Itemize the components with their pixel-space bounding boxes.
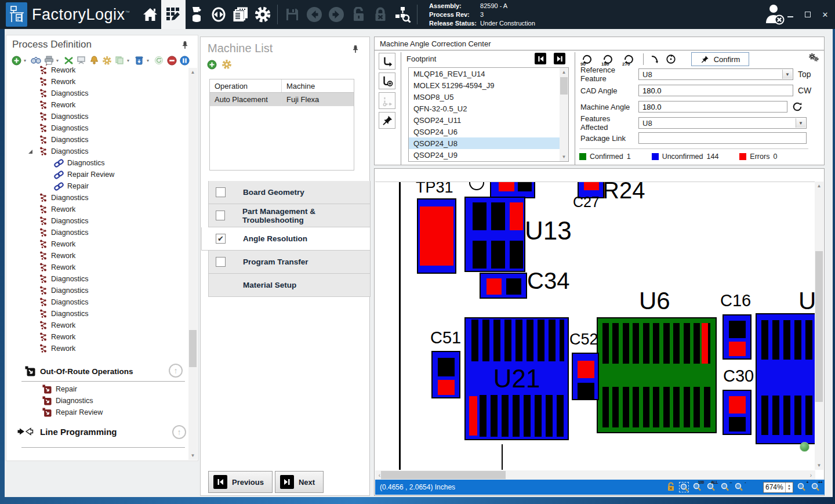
next-footprint-button[interactable]: [554, 53, 565, 64]
footprint-item[interactable]: QSOP24_U6: [409, 126, 560, 137]
scroll-thumb[interactable]: [189, 330, 197, 367]
tree-item[interactable]: Rework: [6, 331, 188, 343]
tree-item[interactable]: Rework: [6, 64, 188, 76]
home-button[interactable]: [139, 0, 161, 29]
chevron-down-icon[interactable]: ▼: [782, 70, 792, 79]
add-machine-icon[interactable]: [206, 59, 217, 70]
documents-button[interactable]: [230, 0, 252, 29]
copy-dropdown-caret[interactable]: ▾: [127, 58, 132, 63]
pin-confirm-tool-button[interactable]: [379, 112, 395, 129]
footprint-item[interactable]: QFN-32-0.5_U2: [409, 103, 560, 114]
zoom-all-icon[interactable]: ALL: [707, 482, 717, 492]
user-logout-button[interactable]: [764, 2, 786, 28]
component-u13[interactable]: [464, 197, 525, 272]
footprint-item[interactable]: QSOP24_U9: [409, 149, 560, 161]
process-design-button[interactable]: [161, 0, 186, 29]
tree-item[interactable]: Diagnostics: [6, 157, 188, 169]
footprint-item[interactable]: MSOP8_U5: [409, 91, 560, 103]
process-inspect-button[interactable]: [391, 0, 413, 29]
transfer-button[interactable]: [208, 0, 230, 29]
workflow-step[interactable]: Material Setup: [208, 274, 371, 297]
zoom-out-icon[interactable]: -: [735, 482, 745, 492]
footprint-item[interactable]: QSOP24_U8: [409, 137, 560, 149]
back-button[interactable]: [303, 0, 325, 29]
tree-item[interactable]: Diagnostics: [6, 215, 188, 227]
fiducial-circle[interactable]: [469, 182, 484, 190]
zoom-window-icon[interactable]: [679, 482, 689, 492]
rotate-footprint-button[interactable]: [379, 53, 395, 70]
tree-item[interactable]: Rework: [6, 262, 188, 273]
scroll-thumb[interactable]: [560, 77, 568, 95]
package-link-input[interactable]: [638, 132, 807, 144]
promote-line-programming-button[interactable]: ↑: [172, 425, 186, 439]
minimize-button[interactable]: [786, 10, 794, 19]
tree-item[interactable]: Diagnostics: [6, 88, 188, 99]
cad-angle-input[interactable]: [638, 85, 793, 96]
workflow-step[interactable]: Program Transfer: [208, 251, 371, 274]
scroll-thumb[interactable]: [815, 251, 823, 402]
tree-item[interactable]: Rework: [6, 343, 188, 354]
pcb-canvas[interactable]: TP31: [375, 182, 815, 470]
process-tree-scrollbar[interactable]: ▲ ▼: [188, 68, 197, 460]
workflow-step[interactable]: Board Geometry: [208, 181, 371, 204]
tree-item[interactable]: Diagnostics: [6, 192, 188, 204]
tree-item[interactable]: Diagnostics: [6, 296, 188, 308]
tree-item[interactable]: Rework: [6, 250, 188, 262]
rotate-270-button[interactable]: 270: [622, 53, 637, 66]
zoom-level-input[interactable]: [764, 483, 785, 491]
component-c51[interactable]: [431, 351, 460, 398]
expander-caret[interactable]: [28, 150, 32, 154]
workflow-step[interactable]: Angle Resolution: [201, 227, 371, 251]
out-of-route-header[interactable]: Out-Of-Route Operations: [25, 366, 133, 376]
move-origin-button[interactable]: [379, 92, 395, 109]
tree-item[interactable]: Diagnostics: [6, 227, 188, 238]
scroll-down-arrow[interactable]: ▼: [815, 461, 823, 470]
scroll-down-arrow[interactable]: ▼: [560, 153, 568, 161]
chevron-down-icon[interactable]: ▼: [796, 118, 805, 128]
component-u6[interactable]: [597, 317, 717, 433]
step-checkbox[interactable]: [216, 187, 226, 197]
column-header-operation[interactable]: Operation: [210, 79, 282, 92]
promote-out-of-route-button[interactable]: ↑: [169, 364, 183, 378]
zoom-out-more-icon[interactable]: --: [721, 482, 731, 492]
settings-gear-icon[interactable]: [252, 0, 274, 29]
confirm-button[interactable]: Confirm: [691, 52, 749, 66]
footprint-item[interactable]: MLQP16_REV1_U14: [409, 68, 560, 79]
tree-item[interactable]: Repair Review: [6, 169, 188, 180]
auto-rotate-icon[interactable]: [666, 54, 676, 64]
save-button[interactable]: [281, 0, 303, 29]
component-c30[interactable]: [723, 390, 752, 435]
maximize-button[interactable]: [804, 10, 812, 19]
apply-rotation-icon[interactable]: [649, 54, 660, 64]
footprint-item[interactable]: QSOP24_U11: [409, 114, 560, 126]
tree-item[interactable]: Diagnostics: [6, 134, 188, 146]
scroll-up-arrow[interactable]: ▲: [188, 68, 197, 77]
out-of-route-item[interactable]: Diagnostics: [42, 395, 103, 407]
rotate-90-button[interactable]: 90: [580, 53, 596, 66]
forward-button[interactable]: [325, 0, 347, 29]
features-affected-select[interactable]: U8▼: [638, 117, 807, 129]
pcb-horizontal-scrollbar[interactable]: ‹ ›: [375, 470, 815, 480]
component-c34[interactable]: [480, 273, 527, 299]
tree-item[interactable]: Diagnostics: [6, 285, 188, 296]
out-of-route-item[interactable]: Repair: [42, 383, 103, 395]
step-checkbox[interactable]: [216, 234, 226, 244]
first-footprint-button[interactable]: [535, 53, 546, 64]
footprint-scrollbar[interactable]: ▲ ▼: [560, 68, 568, 161]
lock-zoom-icon[interactable]: [667, 482, 675, 493]
step-checkbox[interactable]: [216, 257, 226, 267]
rotate-with-features-button[interactable]: [379, 72, 395, 89]
delete-dropdown-caret[interactable]: ▾: [147, 58, 151, 63]
zoom-spinner-arrows[interactable]: ▲▼: [785, 483, 793, 492]
advanced-settings-gears-icon[interactable]: [808, 52, 819, 63]
reference-feature-select[interactable]: U8▼: [638, 68, 793, 80]
pcb-vertical-scrollbar[interactable]: ▲ ▼: [815, 182, 823, 470]
machine-angle-input[interactable]: [638, 101, 787, 113]
lock-cancel-button[interactable]: [369, 0, 391, 29]
zoom-in-more-icon[interactable]: ++: [811, 482, 821, 492]
scroll-up-arrow[interactable]: ▲: [815, 182, 823, 190]
component-top-clipped[interactable]: [490, 182, 535, 198]
zoom-in-icon[interactable]: +: [797, 482, 807, 492]
tree-item[interactable]: Diagnostics: [6, 308, 188, 320]
tree-item[interactable]: Rework: [6, 320, 188, 331]
